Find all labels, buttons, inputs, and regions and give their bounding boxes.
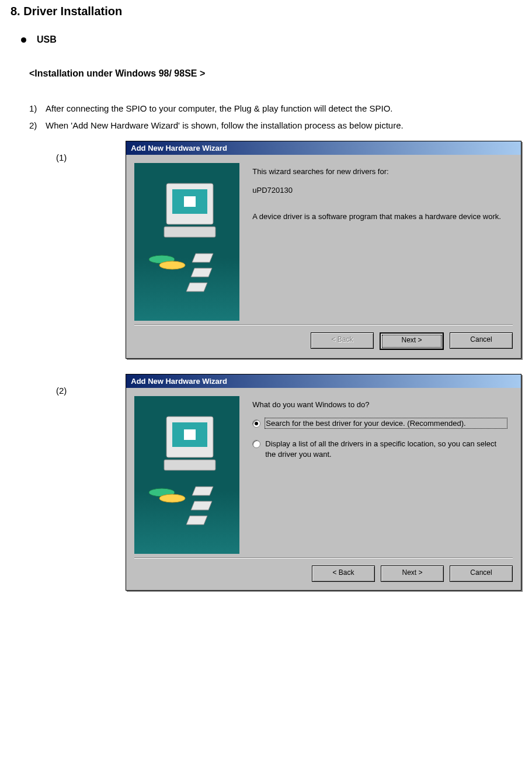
install-subheading: <Installation under Windows 98/ 98SE > bbox=[29, 68, 521, 79]
svg-marker-6 bbox=[192, 254, 213, 262]
radio-label: Search for the best driver for your devi… bbox=[265, 418, 507, 429]
screenshot-label-1: (1) bbox=[11, 141, 126, 162]
svg-marker-16 bbox=[191, 501, 212, 510]
radio-icon[interactable] bbox=[252, 440, 260, 448]
wizard-prompt: What do you want Windows to do? bbox=[252, 400, 507, 410]
dialog-content: What do you want Windows to do? Search f… bbox=[239, 396, 513, 554]
bullet-icon bbox=[21, 37, 26, 43]
svg-marker-8 bbox=[186, 283, 207, 292]
radio-icon[interactable] bbox=[252, 419, 260, 428]
device-name: uPD720130 bbox=[252, 185, 507, 196]
radio-option-list[interactable]: Display a list of all the drivers in a s… bbox=[252, 439, 507, 459]
step-text: After connecting the SPIO to your comput… bbox=[46, 103, 393, 113]
svg-marker-7 bbox=[191, 268, 212, 277]
cancel-button[interactable]: Cancel bbox=[450, 566, 513, 582]
svg-marker-15 bbox=[192, 487, 213, 495]
svg-rect-11 bbox=[184, 429, 196, 440]
radio-option-recommended[interactable]: Search for the best driver for your devi… bbox=[252, 418, 507, 429]
bullet-label: USB bbox=[37, 34, 57, 45]
cancel-button[interactable]: Cancel bbox=[450, 332, 513, 349]
section-title: 8. Driver Installation bbox=[11, 5, 521, 18]
wizard-illustration bbox=[134, 396, 239, 554]
wizard-dialog-1: Add New Hardware Wizard This wizard sear… bbox=[126, 141, 521, 359]
step-item: 2)When 'Add New Hardware Wizard' is show… bbox=[29, 120, 521, 130]
dialog-content: This wizard searches for new drivers for… bbox=[239, 163, 513, 321]
wizard-line-1: This wizard searches for new drivers for… bbox=[252, 166, 507, 177]
svg-rect-3 bbox=[164, 227, 215, 237]
back-button[interactable]: < Back bbox=[312, 566, 375, 582]
step-text: When 'Add New Hardware Wizard' is shown,… bbox=[46, 120, 404, 130]
svg-point-5 bbox=[159, 261, 185, 269]
svg-marker-17 bbox=[186, 516, 207, 525]
svg-point-14 bbox=[159, 494, 185, 502]
screenshot-label-2: (2) bbox=[11, 374, 126, 396]
steps-list: 1)After connecting the SPIO to your comp… bbox=[29, 103, 521, 130]
next-button[interactable]: Next > bbox=[381, 566, 444, 582]
bullet-usb: USB bbox=[21, 34, 521, 45]
wizard-dialog-2: Add New Hardware Wizard What do you want… bbox=[126, 374, 521, 591]
dialog-title: Add New Hardware Wizard bbox=[126, 141, 521, 155]
step-item: 1)After connecting the SPIO to your comp… bbox=[29, 103, 521, 113]
button-row: < Back Next > Cancel bbox=[126, 559, 521, 590]
dialog-title: Add New Hardware Wizard bbox=[126, 374, 521, 388]
next-button[interactable]: Next > bbox=[380, 332, 444, 350]
svg-rect-2 bbox=[184, 196, 196, 207]
button-row: < Back Next > Cancel bbox=[126, 325, 521, 358]
radio-label: Display a list of all the drivers in a s… bbox=[265, 439, 507, 459]
svg-rect-12 bbox=[164, 460, 215, 470]
wizard-line-2: A device driver is a software program th… bbox=[252, 211, 507, 222]
wizard-illustration bbox=[134, 163, 239, 321]
back-button: < Back bbox=[311, 332, 374, 349]
